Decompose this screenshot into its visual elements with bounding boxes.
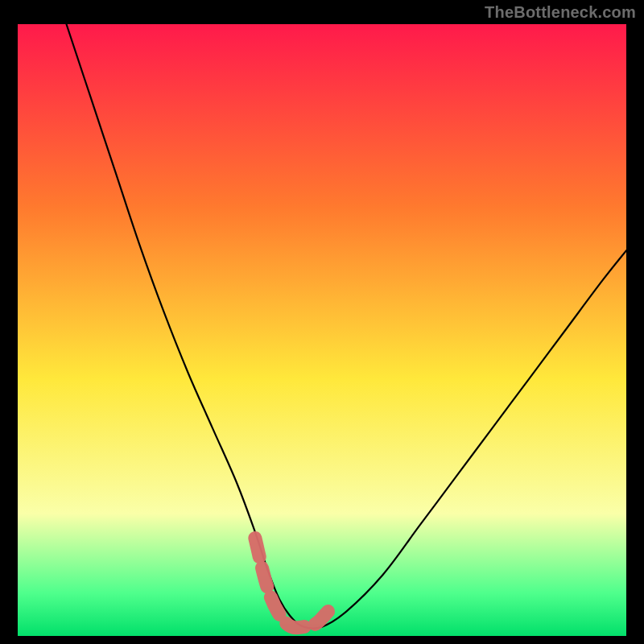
plot-area bbox=[18, 24, 626, 636]
watermark-text: TheBottleneck.com bbox=[485, 3, 636, 22]
chart-frame: TheBottleneck.com bbox=[0, 0, 644, 644]
bottleneck-chart bbox=[18, 24, 626, 636]
gradient-background bbox=[18, 24, 626, 636]
